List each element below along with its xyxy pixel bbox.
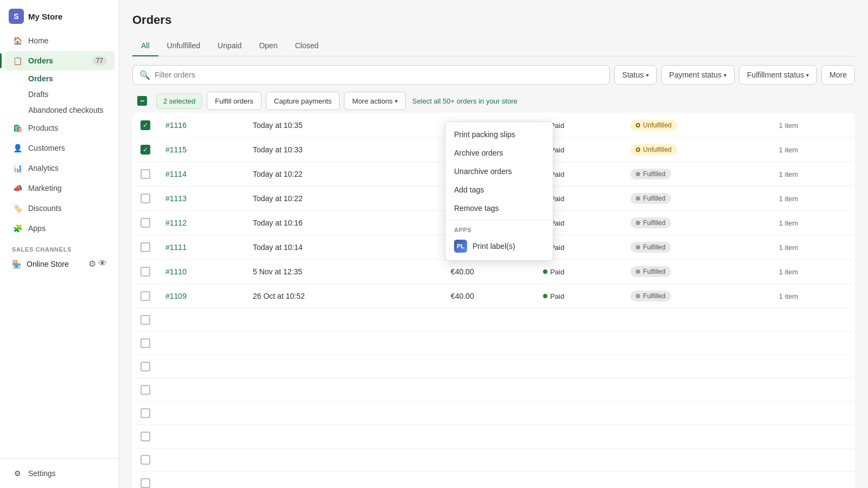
- row-checkbox[interactable]: [141, 242, 150, 252]
- tab-open[interactable]: Open: [250, 36, 286, 56]
- empty-cell: [158, 402, 855, 425]
- row-checkbox[interactable]: ✓: [141, 120, 150, 130]
- sidebar-item-home[interactable]: 🏠 Home: [4, 31, 114, 50]
- row-checkbox[interactable]: [141, 169, 150, 179]
- fulfill-orders-btn[interactable]: Fulfill orders: [207, 92, 261, 110]
- row-cb-cell[interactable]: ✓: [133, 113, 158, 138]
- sidebar-item-settings[interactable]: ⚙ Settings: [4, 464, 114, 483]
- select-all-checkbox[interactable]: −: [137, 96, 147, 106]
- row-checkbox[interactable]: [141, 455, 150, 465]
- dropdown-apps-label: APPS: [445, 222, 553, 235]
- row-checkbox[interactable]: ✓: [141, 145, 150, 155]
- sidebar-sub-drafts[interactable]: Drafts: [4, 87, 114, 102]
- order-items: 1 item: [771, 187, 855, 211]
- tab-all[interactable]: All: [132, 36, 158, 56]
- row-cb-cell[interactable]: [133, 162, 158, 187]
- select-all-link[interactable]: Select all 50+ orders in your store: [412, 97, 518, 105]
- online-store-settings-icon[interactable]: ⚙: [88, 259, 96, 269]
- empty-cb[interactable]: [133, 332, 158, 355]
- tab-unfulfilled[interactable]: Unfulfilled: [158, 36, 209, 56]
- more-actions-label: More actions: [352, 97, 392, 105]
- online-store-row[interactable]: 🏪 Online Store ⚙ 👁: [4, 255, 114, 272]
- row-checkbox[interactable]: [141, 291, 150, 301]
- row-checkbox[interactable]: [141, 408, 150, 418]
- row-cb-cell[interactable]: [133, 211, 158, 235]
- online-store-label: Online Store: [27, 260, 69, 268]
- order-number[interactable]: #1110: [158, 260, 245, 284]
- dropdown-archive[interactable]: Archive orders: [445, 144, 553, 162]
- order-number[interactable]: #1114: [158, 162, 245, 187]
- row-cb-cell[interactable]: [133, 284, 158, 309]
- payment-status-filter-btn[interactable]: Payment status ▾: [661, 65, 735, 85]
- order-fulfillment: Fulfilled: [623, 260, 771, 284]
- empty-cb[interactable]: [133, 378, 158, 402]
- row-checkbox[interactable]: [141, 338, 150, 348]
- empty-cb[interactable]: [133, 425, 158, 448]
- dropdown-remove-tags[interactable]: Remove tags: [445, 199, 553, 217]
- order-fulfillment: Fulfilled: [623, 211, 771, 235]
- sidebar-item-marketing[interactable]: 📣 Marketing: [4, 178, 114, 198]
- sidebar-item-customers[interactable]: 👤 Customers: [4, 138, 114, 158]
- online-store-view-icon[interactable]: 👁: [98, 259, 107, 269]
- empty-cb[interactable]: [133, 309, 158, 332]
- sidebar-item-customers-label: Customers: [28, 144, 65, 152]
- order-number[interactable]: #1111: [158, 235, 245, 260]
- empty-cb[interactable]: [133, 355, 158, 378]
- more-actions-btn[interactable]: More actions ▾: [344, 92, 405, 110]
- fulfill-orders-label: Fulfill orders: [215, 97, 253, 105]
- tab-unpaid[interactable]: Unpaid: [209, 36, 250, 56]
- row-cb-cell[interactable]: [133, 235, 158, 260]
- store-logo[interactable]: S My Store: [0, 0, 119, 28]
- row-cb-cell[interactable]: ✓: [133, 138, 158, 162]
- capture-payments-btn[interactable]: Capture payments: [266, 92, 340, 110]
- status-filter-btn[interactable]: Status ▾: [614, 65, 657, 85]
- dropdown-unarchive[interactable]: Unarchive orders: [445, 162, 553, 181]
- empty-cb[interactable]: [133, 448, 158, 472]
- row-checkbox[interactable]: [141, 432, 150, 441]
- empty-cell: [158, 425, 855, 448]
- order-number[interactable]: #1116: [158, 113, 245, 138]
- sidebar-sub-orders[interactable]: Orders: [4, 71, 114, 86]
- select-all-checkbox-area[interactable]: −: [132, 91, 152, 111]
- order-date: Today at 10:16: [245, 211, 407, 235]
- order-number[interactable]: #1109: [158, 284, 245, 309]
- sidebar-sub-drafts-label: Drafts: [28, 90, 48, 99]
- empty-cell: [158, 378, 855, 402]
- dropdown-print-packing[interactable]: Print packing slips: [445, 125, 553, 144]
- order-fulfillment: Unfulfilled: [623, 113, 771, 138]
- more-filters-btn[interactable]: More: [821, 65, 855, 85]
- fulfillment-status-label: Fulfillment status: [747, 70, 804, 79]
- search-input[interactable]: [155, 70, 603, 79]
- dropdown-print-labels[interactable]: PL Print label(s): [445, 235, 553, 257]
- fulfillment-status-filter-btn[interactable]: Fulfillment status ▾: [739, 65, 817, 85]
- sidebar-item-orders[interactable]: 📋 Orders 77: [4, 51, 114, 70]
- order-date: 5 Nov at 12:35: [245, 260, 407, 284]
- sidebar-item-apps[interactable]: 🧩 Apps: [4, 219, 114, 238]
- tab-closed[interactable]: Closed: [286, 36, 328, 56]
- sidebar-sub-abandoned[interactable]: Abandoned checkouts: [4, 102, 114, 118]
- row-checkbox[interactable]: [141, 362, 150, 371]
- order-customer: [407, 260, 443, 284]
- order-number[interactable]: #1115: [158, 138, 245, 162]
- empty-cb[interactable]: [133, 402, 158, 425]
- search-bar[interactable]: 🔍: [132, 65, 610, 85]
- order-date: Today at 10:22: [245, 187, 407, 211]
- row-checkbox[interactable]: [141, 218, 150, 228]
- discounts-icon: 🏷️: [12, 203, 23, 214]
- row-checkbox[interactable]: [141, 194, 150, 203]
- row-checkbox[interactable]: [141, 385, 150, 395]
- row-checkbox[interactable]: [141, 478, 150, 488]
- sidebar-item-analytics[interactable]: 📊 Analytics: [4, 158, 114, 178]
- main-content: Orders All Unfulfilled Unpaid Open Close…: [119, 0, 868, 488]
- sidebar-item-products[interactable]: 🛍️ Products: [4, 118, 114, 138]
- table-row: #1109 26 Oct at 10:52 €40.00 Paid Fulfil…: [133, 284, 855, 309]
- order-number[interactable]: #1113: [158, 187, 245, 211]
- row-checkbox[interactable]: [141, 267, 150, 277]
- row-cb-cell[interactable]: [133, 260, 158, 284]
- empty-cb[interactable]: [133, 472, 158, 489]
- row-checkbox[interactable]: [141, 315, 150, 325]
- order-number[interactable]: #1112: [158, 211, 245, 235]
- row-cb-cell[interactable]: [133, 187, 158, 211]
- sidebar-item-discounts[interactable]: 🏷️ Discounts: [4, 198, 114, 218]
- dropdown-add-tags[interactable]: Add tags: [445, 181, 553, 199]
